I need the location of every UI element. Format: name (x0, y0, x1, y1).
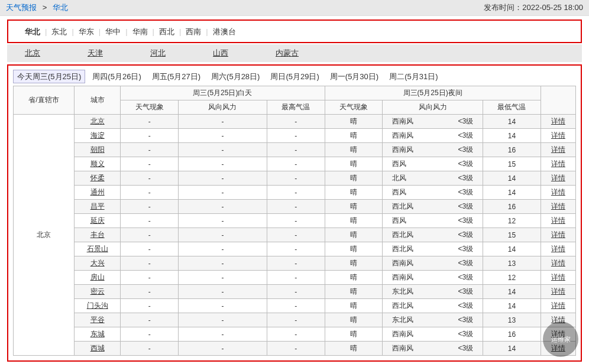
col-city: 城市 (74, 86, 120, 115)
detail-link[interactable]: 详情 (551, 259, 565, 267)
wind-direction: 西风 (386, 187, 433, 197)
wind-direction: 北风 (386, 173, 433, 183)
region-tab[interactable]: 西南 (181, 26, 206, 37)
wind-level: <3级 (433, 329, 480, 339)
day-cell: - (267, 186, 325, 200)
day-cell: - (178, 214, 267, 228)
city-link[interactable]: 房山 (90, 273, 105, 281)
city-link[interactable]: 石景山 (87, 245, 108, 253)
city-link[interactable]: 密云 (90, 287, 105, 295)
night-wind: 西风<3级 (383, 214, 483, 228)
city-link[interactable]: 东城 (90, 330, 105, 338)
weather-table: 省/直辖市 城市 周三(5月25日)白天 周三(5月25日)夜间 天气现象 风向… (13, 86, 576, 356)
day-cell: - (121, 157, 179, 171)
breadcrumb-root[interactable]: 天气预报 (6, 3, 37, 12)
province-tab[interactable]: 天津 (82, 46, 121, 60)
detail-link[interactable]: 详情 (551, 188, 565, 196)
day-cell: - (178, 171, 267, 186)
day-cell: - (121, 271, 179, 285)
detail-link[interactable]: 详情 (551, 216, 565, 225)
wind-level: <3级 (433, 202, 480, 212)
detail-link[interactable]: 详情 (551, 117, 565, 125)
detail-link[interactable]: 详情 (551, 131, 565, 139)
city-link[interactable]: 大兴 (90, 259, 105, 267)
city-link[interactable]: 顺义 (90, 160, 105, 168)
day-cell: - (267, 299, 325, 313)
city-link[interactable]: 昌平 (90, 202, 105, 210)
wind-direction: 东北风 (386, 315, 433, 325)
day-cell: - (121, 129, 179, 143)
region-tab[interactable]: 西北 (154, 26, 179, 37)
date-tab[interactable]: 周一(5月30日) (326, 70, 382, 83)
detail-link[interactable]: 详情 (551, 287, 565, 295)
detail-link[interactable]: 详情 (551, 145, 565, 154)
region-tab[interactable]: 华东 (74, 26, 99, 37)
col-night-group: 周三(5月25日)夜间 (325, 86, 541, 100)
night-weather: 晴 (325, 256, 383, 271)
wind-level: <3级 (433, 287, 480, 297)
detail-link[interactable]: 详情 (551, 230, 565, 239)
city-link[interactable]: 门头沟 (87, 301, 108, 310)
region-tab[interactable]: 港澳台 (208, 26, 241, 37)
date-tab[interactable]: 周五(5月27日) (148, 70, 204, 83)
region-tab[interactable]: 东北 (47, 26, 72, 37)
wind-direction: 西南风 (386, 272, 433, 282)
city-link[interactable]: 西城 (90, 344, 105, 352)
date-tab[interactable]: 周二(5月31日) (386, 70, 441, 83)
day-cell: - (178, 256, 267, 271)
day-cell: - (121, 200, 179, 214)
detail-link[interactable]: 详情 (551, 174, 565, 182)
day-cell: - (178, 285, 267, 299)
table-row: 昌平---晴西北风<3级16详情 (14, 200, 576, 214)
detail-link[interactable]: 详情 (551, 160, 565, 168)
detail-link[interactable]: 详情 (551, 273, 565, 281)
day-cell: - (121, 214, 179, 228)
date-tab[interactable]: 今天周三(5月25日) (13, 70, 85, 83)
day-cell: - (121, 228, 179, 242)
col-night-wind: 风向风力 (383, 100, 483, 115)
night-wind: 西风<3级 (383, 157, 483, 171)
province-tab[interactable]: 北京 (19, 46, 58, 60)
night-weather: 晴 (325, 143, 383, 157)
city-link[interactable]: 北京 (90, 117, 105, 125)
night-weather: 晴 (325, 271, 383, 285)
wind-direction: 西北风 (386, 202, 433, 212)
date-tab[interactable]: 周六(5月28日) (208, 70, 263, 83)
province-tab[interactable]: 河北 (144, 46, 183, 60)
table-row: 朝阳---晴西南风<3级16详情 (14, 143, 576, 157)
detail-link[interactable]: 详情 (551, 202, 565, 210)
wind-level: <3级 (433, 131, 480, 141)
province-tab[interactable]: 内蒙古 (270, 46, 316, 60)
region-tab[interactable]: 华南 (128, 26, 153, 37)
wind-level: <3级 (433, 244, 480, 254)
province-tab[interactable]: 山西 (207, 46, 246, 60)
night-wind: 西南风<3级 (383, 129, 483, 143)
city-link[interactable]: 延庆 (90, 216, 105, 225)
wind-level: <3级 (433, 230, 480, 240)
city-link[interactable]: 平谷 (90, 316, 105, 324)
day-cell: - (178, 200, 267, 214)
wind-direction: 西南风 (386, 116, 433, 126)
city-link[interactable]: 怀柔 (90, 174, 105, 182)
region-tab[interactable]: 华北 (20, 26, 45, 37)
city-link[interactable]: 朝阳 (90, 145, 105, 154)
date-tab[interactable]: 周四(5月26日) (89, 70, 144, 83)
detail-link[interactable]: 详情 (551, 245, 565, 253)
wind-level: <3级 (433, 301, 480, 311)
night-weather: 晴 (325, 327, 383, 342)
region-tab[interactable]: 华中 (101, 26, 125, 37)
day-cell: - (121, 242, 179, 256)
date-tab[interactable]: 周日(5月29日) (267, 70, 322, 83)
wind-level: <3级 (433, 173, 480, 183)
detail-link[interactable]: 详情 (551, 301, 565, 310)
city-link[interactable]: 丰台 (90, 230, 105, 239)
wind-direction: 西南风 (386, 131, 433, 141)
wind-level: <3级 (433, 216, 480, 226)
night-low: 14 (483, 285, 541, 299)
table-row: 海淀---晴西南风<3级14详情 (14, 129, 576, 143)
breadcrumb-current[interactable]: 华北 (53, 3, 68, 12)
night-weather: 晴 (325, 200, 383, 214)
city-link[interactable]: 通州 (90, 188, 105, 196)
city-link[interactable]: 海淀 (90, 131, 105, 139)
wind-level: <3级 (433, 272, 480, 282)
